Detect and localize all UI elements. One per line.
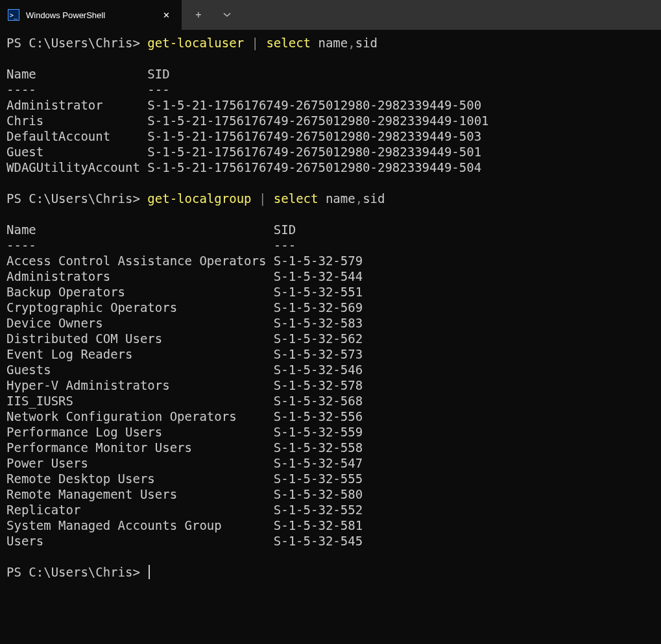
cmdlet: get-localuser (147, 36, 244, 50)
close-tab-button[interactable]: ✕ (157, 6, 175, 24)
terminal-output[interactable]: PS C:\Users\Chris> get-localuser | selec… (0, 30, 661, 644)
tab-dropdown-button[interactable] (213, 0, 241, 30)
pipe: | (252, 191, 274, 206)
prompt: PS C:\Users\Chris> (6, 36, 140, 50)
cmdlet: get-localgroup (147, 191, 251, 206)
cmd-arg: name (318, 191, 355, 206)
tab-powershell[interactable]: >_ Windows PowerShell ✕ (0, 0, 182, 30)
cmdlet: select (274, 191, 318, 206)
comma: , (348, 36, 355, 50)
comma: , (355, 191, 363, 206)
cursor (149, 565, 150, 579)
titlebar-controls: + (182, 0, 661, 30)
powershell-icon: >_ (8, 9, 19, 21)
cmdlet: select (266, 36, 311, 50)
chevron-down-icon (223, 11, 231, 19)
new-tab-button[interactable]: + (184, 0, 213, 30)
cmd-arg: name (311, 36, 348, 50)
titlebar: >_ Windows PowerShell ✕ + (0, 0, 661, 30)
pipe: | (244, 36, 266, 50)
prompt: PS C:\Users\Chris> (6, 191, 140, 206)
tab-title: Windows PowerShell (26, 10, 150, 20)
cmd-arg: sid (355, 36, 378, 50)
prompt: PS C:\Users\Chris> (6, 565, 140, 579)
cmd-arg: sid (363, 191, 385, 206)
